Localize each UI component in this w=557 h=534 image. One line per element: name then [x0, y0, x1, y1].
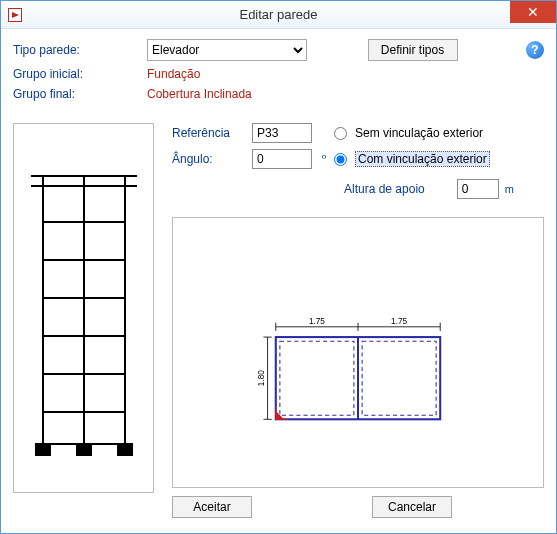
app-icon	[7, 7, 23, 23]
grupo-inicial-value: Fundação	[147, 67, 544, 81]
right-column: Referência Sem vinculação exterior Ângul…	[172, 123, 544, 518]
building-elevation-box	[13, 123, 154, 493]
window: Editar parede ✕ Tipo parede: Elevador De…	[0, 0, 557, 534]
svg-rect-19	[280, 341, 354, 415]
radio-com-vinculacao[interactable]: Com vinculação exterior	[334, 151, 544, 167]
altura-input[interactable]	[457, 179, 499, 199]
tipo-parede-label: Tipo parede:	[13, 43, 143, 57]
top-section: Tipo parede: Elevador Definir tipos ? Gr…	[13, 39, 544, 101]
dim-left-text: 1.75	[309, 317, 325, 326]
cancel-button[interactable]: Cancelar	[372, 496, 452, 518]
radio-sem-label: Sem vinculação exterior	[355, 126, 483, 140]
main-section: Referência Sem vinculação exterior Ângul…	[13, 123, 544, 518]
params-grid: Referência Sem vinculação exterior Ângul…	[172, 123, 544, 199]
angulo-input[interactable]	[252, 149, 312, 169]
radio-com-input[interactable]	[334, 153, 347, 166]
altura-unit: m	[505, 183, 514, 195]
altura-label: Altura de apoio	[344, 182, 425, 196]
dim-height-text: 1.80	[257, 370, 266, 386]
altura-row: Altura de apoio m	[322, 179, 544, 199]
accept-button[interactable]: Aceitar	[172, 496, 252, 518]
referencia-label: Referência	[172, 126, 252, 140]
angulo-label: Ângulo:	[172, 152, 252, 166]
svg-rect-15	[76, 444, 92, 456]
plan-preview-box: 1.75 1.75 1.80	[172, 217, 544, 488]
help-icon[interactable]: ?	[526, 41, 544, 59]
titlebar: Editar parede ✕	[1, 1, 556, 29]
grupo-inicial-label: Grupo inicial:	[13, 67, 143, 81]
grupo-final-label: Grupo final:	[13, 87, 143, 101]
plan-preview-svg: 1.75 1.75 1.80	[173, 218, 543, 487]
referencia-input[interactable]	[252, 123, 312, 143]
button-row: Aceitar Cancelar	[172, 496, 544, 518]
svg-rect-14	[35, 444, 51, 456]
svg-rect-16	[117, 444, 133, 456]
close-button[interactable]: ✕	[510, 1, 556, 23]
building-elevation-svg	[25, 164, 143, 464]
close-icon: ✕	[527, 4, 539, 20]
window-title: Editar parede	[1, 7, 556, 22]
angulo-unit: º	[322, 153, 334, 165]
definir-tipos-button[interactable]: Definir tipos	[368, 39, 458, 61]
radio-com-label: Com vinculação exterior	[355, 151, 490, 167]
radio-sem-input[interactable]	[334, 127, 347, 140]
radio-sem-vinculacao[interactable]: Sem vinculação exterior	[334, 126, 544, 140]
tipo-parede-select[interactable]: Elevador	[147, 39, 307, 61]
grupo-final-value: Cobertura Inclinada	[147, 87, 544, 101]
svg-rect-20	[362, 341, 436, 415]
dialog-body: Tipo parede: Elevador Definir tipos ? Gr…	[1, 29, 556, 533]
dim-right-text: 1.75	[391, 317, 407, 326]
